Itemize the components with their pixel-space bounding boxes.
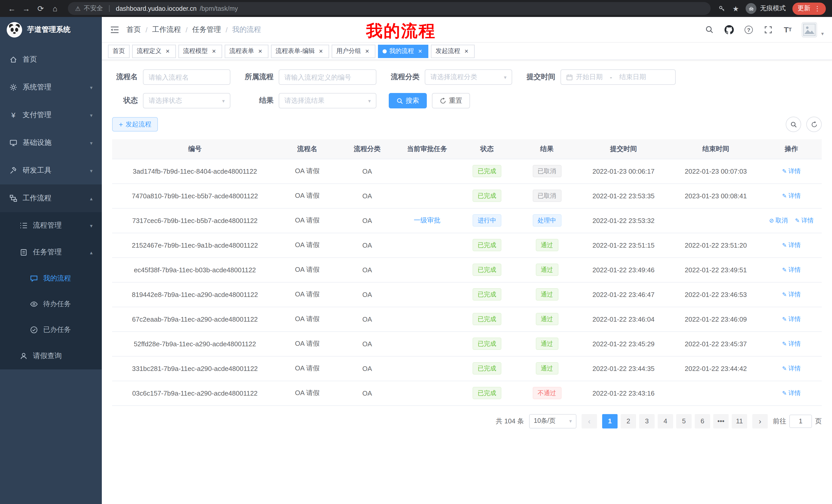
pages-ellipsis-button[interactable]: ••• [713,414,729,428]
sidebar-item-done-tasks[interactable]: 已办任务 [0,317,102,343]
cell-category: OA [337,282,397,307]
app-logo[interactable]: 芋道管理系统 [0,17,102,43]
status-select[interactable]: 请选择状态 ▾ [143,93,230,108]
cell-id: 3ad174fb-7b9d-11ec-8404-acde48001122 [112,159,278,184]
browser-home-icon[interactable]: ⌂ [49,5,61,12]
font-size-icon[interactable]: TT [782,24,794,35]
address-bar[interactable]: ⚠ 不安全 dashboard.yudao.iocoder.cn/bpm/tas… [68,2,711,15]
page-button-3[interactable]: 3 [639,414,655,428]
key-icon[interactable] [718,5,726,12]
goto-page-input[interactable] [789,414,812,428]
avatar[interactable] [802,22,817,37]
table-row: 331bc281-7b9a-11ec-a290-acde48001122 OA … [112,356,822,381]
tab[interactable]: 用户分组 × [332,45,375,58]
sidebar-item-payment[interactable]: ¥ 支付管理 ▾ [0,101,102,129]
sidebar-item-task-mgmt[interactable]: 任务管理 ▴ [0,239,102,265]
reset-button[interactable]: 重置 [432,93,470,108]
submit-time-range-picker[interactable]: 开始日期 - 结束日期 [561,69,676,85]
tab-close-icon[interactable]: × [364,48,371,55]
tab[interactable]: 流程定义 × [132,45,176,58]
toggle-search-button[interactable] [786,117,801,132]
page-button-6[interactable]: 6 [695,414,710,428]
edit-icon: ✎ [782,316,787,322]
browser-reload-icon[interactable]: ⟳ [35,5,46,12]
page-button-2[interactable]: 2 [621,414,636,428]
avatar-caret-icon[interactable]: ▾ [821,31,824,36]
filter-row-2: 状态 请选择状态 ▾ 结果 请选择流结果 ▾ [112,93,822,108]
cancel-action-link[interactable]: ⊘取消 [769,217,788,224]
fullscreen-icon[interactable] [762,24,774,35]
detail-action-link[interactable]: ✎详情 [782,241,801,248]
browser-back-icon[interactable]: ← [6,5,18,12]
page-button-11[interactable]: 11 [732,414,747,428]
page-button-5[interactable]: 5 [676,414,692,428]
app-title: 芋道管理系统 [27,25,71,34]
breadcrumb-item[interactable]: 任务管理 [192,25,221,34]
detail-action-link[interactable]: ✎详情 [782,389,801,396]
detail-action-link[interactable]: ✎详情 [782,340,801,347]
process-definition-input[interactable] [279,69,376,85]
result-select[interactable]: 请选择流结果 ▾ [279,93,376,108]
help-icon[interactable]: ? [743,24,754,35]
security-label: 不安全 [84,4,103,13]
github-icon[interactable] [724,24,735,35]
sidebar-item-system[interactable]: 系统管理 ▾ [0,74,102,101]
detail-action-link[interactable]: ✎详情 [782,365,801,372]
tab[interactable]: 我的流程 × [378,45,428,58]
breadcrumb-item[interactable]: 工作流程 [152,25,181,34]
search-icon[interactable] [704,24,715,35]
browser-menu-icon[interactable]: ⋮ [814,5,821,12]
sidebar-item-infra[interactable]: 基础设施 ▾ [0,129,102,157]
page-button-1[interactable]: 1 [602,414,618,428]
current-task-link[interactable]: 一级审批 [414,216,440,224]
detail-action-link[interactable]: ✎详情 [782,266,801,273]
detail-action-link[interactable]: ✎详情 [795,217,813,224]
browser-forward-icon[interactable]: → [21,5,32,12]
filter-label-status: 状态 [112,96,143,105]
cell-current-task [397,331,457,356]
detail-action-link[interactable]: ✎详情 [782,290,801,298]
cell-end-time: 2022-01-23 00:07:03 [671,159,761,184]
tab-close-icon[interactable]: × [463,48,470,55]
tab-close-icon[interactable]: × [417,48,424,55]
tab-close-icon[interactable]: × [210,48,217,55]
sidebar-item-workflow[interactable]: 工作流程 ▴ [0,185,102,212]
sidebar-toggle-icon[interactable] [110,25,119,34]
tab-label: 流程定义 [137,47,161,55]
bookmark-star-icon[interactable]: ★ [732,4,739,12]
sidebar-item-todo-tasks[interactable]: 待办任务 [0,291,102,317]
cell-status: 已完成 [457,331,517,356]
status-badge: 已完成 [473,313,501,325]
page-button-4[interactable]: 4 [658,414,673,428]
page-size-select[interactable]: 10条/页 ▾ [529,414,576,428]
search-button[interactable]: 搜索 [389,93,427,108]
prev-page-button[interactable]: ‹ [581,414,597,428]
tab[interactable]: 首页 [108,45,130,58]
tab-close-icon[interactable]: × [164,48,171,55]
sidebar-item-my-process[interactable]: 我的流程 [0,265,102,291]
sidebar-item-home[interactable]: 首页 [0,46,102,74]
process-name-input[interactable] [143,69,230,85]
tab[interactable]: 流程表单-编辑 × [271,45,329,58]
sidebar-item-devtools[interactable]: 研发工具 ▾ [0,157,102,185]
cell-status: 已完成 [457,159,517,184]
browser-update-button[interactable]: 更新 ⋮ [792,2,826,15]
tab[interactable]: 流程表单 × [225,45,268,58]
sidebar-item-leave-query[interactable]: 请假查询 [0,343,102,369]
tab-close-icon[interactable]: × [317,48,324,55]
detail-action-link[interactable]: ✎详情 [782,167,801,174]
detail-action-link[interactable]: ✎详情 [782,315,801,323]
next-page-button[interactable]: › [752,414,768,428]
category-select[interactable]: 请选择流程分类 ▾ [425,69,512,85]
edit-icon: ✎ [795,217,800,223]
detail-action-link[interactable]: ✎详情 [782,192,801,199]
breadcrumb-item[interactable]: 首页 [127,25,141,34]
sidebar-item-process-mgmt[interactable]: 流程管理 ▾ [0,212,102,239]
tab[interactable]: 发起流程 × [431,45,475,58]
tab-close-icon[interactable]: × [257,48,264,55]
refresh-table-button[interactable] [806,117,822,132]
plus-icon: + [119,121,123,128]
filter-row-1: 流程名 所属流程 流程分类 请选择流程分类 ▾ [112,69,822,85]
create-process-button[interactable]: + 发起流程 [112,117,158,132]
tab[interactable]: 流程模型 × [178,45,222,58]
